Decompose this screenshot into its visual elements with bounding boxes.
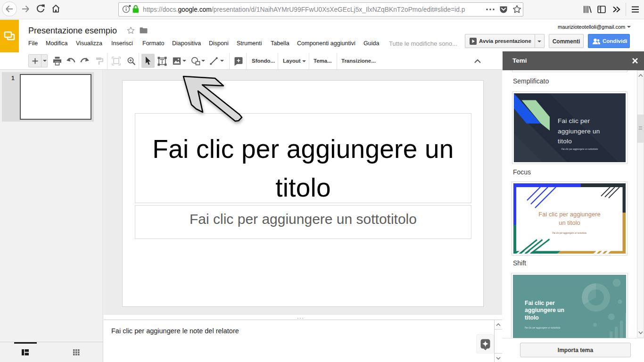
svg-text:titolo: titolo <box>558 138 572 145</box>
svg-text:aggiungere un: aggiungere un <box>525 307 564 313</box>
svg-text:Fai clic per: Fai clic per <box>525 300 555 306</box>
svg-text:Fai clic per: Fai clic per <box>558 117 590 124</box>
svg-text:Fai clic per aggiungere un sot: Fai clic per aggiungere un sottotitolo <box>553 232 587 234</box>
svg-text:Fai clic per aggiungere: Fai clic per aggiungere <box>538 211 601 218</box>
svg-text:titolo: titolo <box>525 314 539 321</box>
svg-text:un titolo: un titolo <box>559 219 580 226</box>
svg-text:Fai clic per aggiungere un sot: Fai clic per aggiungere un sottotitolo <box>525 327 561 329</box>
svg-text:Fai clic per aggiungere un sot: Fai clic per aggiungere un sottotitolo <box>561 148 598 150</box>
svg-text:aggiungere un: aggiungere un <box>558 128 600 135</box>
